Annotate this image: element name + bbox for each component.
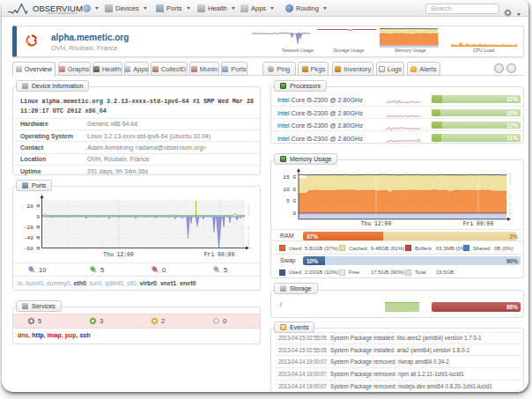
svg-text:-20 M: -20 M [24,225,40,231]
svg-text:0: 0 [292,211,296,217]
svg-text:Fri 00:00: Fri 00:00 [463,221,494,227]
svg-text:Fri 00:00: Fri 00:00 [204,252,235,258]
svg-text:-40 M: -40 M [24,235,40,241]
svg-text:-60 M: -60 M [24,246,40,252]
svg-text:RRDTOOL / TOBI OETIKER: RRDTOOL / TOBI OETIKER [508,174,512,216]
svg-text:Thu 12:00: Thu 12:00 [361,221,392,227]
svg-text:10 G: 10 G [284,187,297,193]
svg-text:20 M: 20 M [27,203,41,210]
svg-text:Thu 12:00: Thu 12:00 [103,252,134,258]
svg-text:RRDTOOL / TOBI OETIKER: RRDTOOL / TOBI OETIKER [247,204,250,247]
svg-text:0: 0 [36,214,40,220]
svg-text:5 G: 5 G [286,198,296,204]
svg-text:15 G: 15 G [284,174,297,181]
